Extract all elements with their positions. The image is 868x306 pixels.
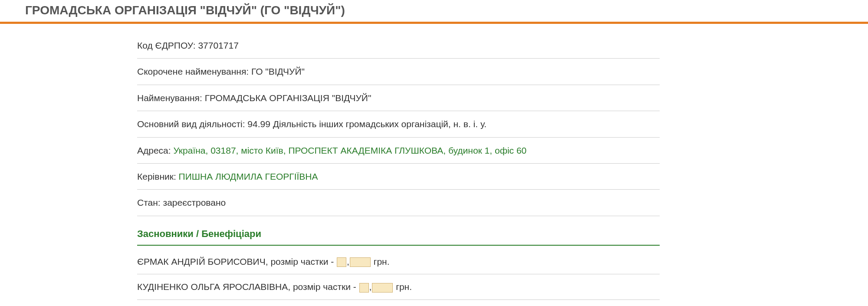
currency-label: грн.	[393, 282, 412, 292]
short-name-label: Скорочене найменування:	[137, 66, 251, 76]
currency-label: грн.	[371, 257, 390, 267]
address-label: Адреса:	[137, 145, 173, 155]
status-value: зареєстровано	[163, 197, 226, 207]
founder-name: КУДІНЕНКО ОЛЬГА ЯРОСЛАВІВНА	[137, 282, 288, 292]
founder-row: КУДІНЕНКО ОЛЬГА ЯРОСЛАВІВНА, розмір част…	[137, 274, 660, 299]
edrpou-row: Код ЄДРПОУ: 37701717	[137, 33, 660, 59]
status-row: Стан: зареєстровано	[137, 190, 660, 216]
page-title: ГРОМАДСЬКА ОРГАНІЗАЦІЯ "ВІДЧУЙ" (ГО "ВІД…	[0, 0, 868, 22]
edrpou-label: Код ЄДРПОУ:	[137, 40, 198, 50]
founder-row: ПИШНИЙ АНДРІЙ ГРИГОРОВИЧ, розмір частки …	[137, 300, 660, 306]
director-label: Керівник:	[137, 171, 179, 181]
short-name-row: Скорочене найменування: ГО "ВІДЧУЙ"	[137, 59, 660, 85]
activity-row: Основний вид діяльності: 94.99 Діяльніст…	[137, 111, 660, 137]
redacted-box	[372, 283, 393, 293]
founder-name: ЄРМАК АНДРІЙ БОРИСОВИЧ	[137, 257, 266, 267]
full-name-value: ГРОМАДСЬКА ОРГАНІЗАЦІЯ "ВІДЧУЙ"	[205, 93, 372, 103]
director-link[interactable]: ПИШНА ЛЮДМИЛА ГЕОРГІЇВНА	[179, 171, 318, 181]
share-label: , розмір частки -	[266, 257, 336, 267]
content-area: Код ЄДРПОУ: 37701717 Скорочене найменува…	[0, 24, 660, 306]
address-row: Адреса: Україна, 03187, місто Київ, ПРОС…	[137, 138, 660, 164]
founder-row: ЄРМАК АНДРІЙ БОРИСОВИЧ, розмір частки - …	[137, 249, 660, 274]
status-label: Стан:	[137, 197, 163, 207]
full-name-row: Найменування: ГРОМАДСЬКА ОРГАНІЗАЦІЯ "ВІ…	[137, 85, 660, 111]
share-label: , розмір частки -	[288, 282, 358, 292]
director-row: Керівник: ПИШНА ЛЮДМИЛА ГЕОРГІЇВНА	[137, 164, 660, 190]
short-name-value: ГО "ВІДЧУЙ"	[251, 66, 305, 76]
redacted-box	[337, 257, 346, 267]
activity-value: 94.99 Діяльність інших громадських орган…	[247, 119, 487, 129]
address-link[interactable]: Україна, 03187, місто Київ, ПРОСПЕКТ АКА…	[173, 145, 526, 155]
activity-label: Основний вид діяльності:	[137, 119, 247, 129]
redacted-box	[350, 257, 371, 267]
founders-section-header: Засновники / Бенефіціари	[137, 216, 660, 246]
full-name-label: Найменування:	[137, 93, 205, 103]
edrpou-value: 37701717	[198, 40, 238, 50]
redacted-box	[359, 283, 369, 293]
